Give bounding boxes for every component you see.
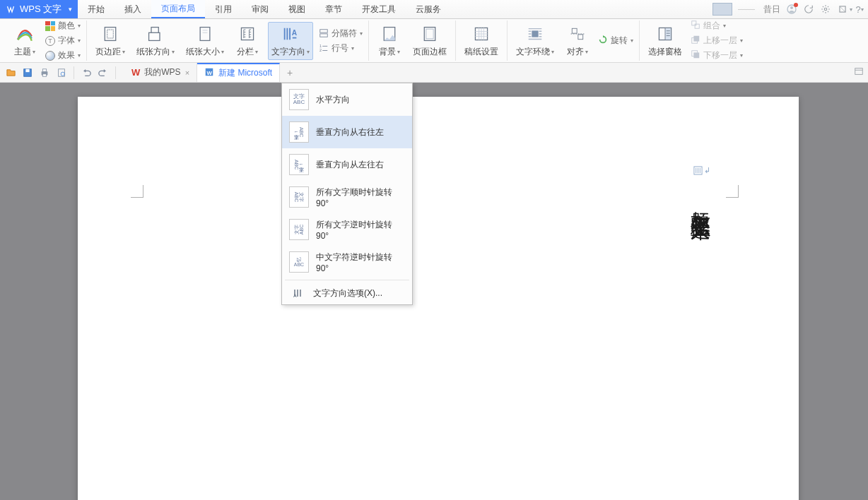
- background-icon: [380, 24, 399, 44]
- add-tab-button[interactable]: +: [280, 67, 300, 78]
- menu-tab-cloud[interactable]: 云服务: [406, 0, 451, 18]
- menu-tab-view[interactable]: 视图: [278, 0, 315, 18]
- dd-vertical-ltr[interactable]: 文字↓ABC 垂直方向从左往右: [282, 148, 412, 181]
- menu-tab-review[interactable]: 审阅: [242, 0, 278, 18]
- svg-rect-20: [572, 28, 577, 33]
- app-dropdown-icon[interactable]: ▾: [66, 6, 75, 13]
- dd-rotate-cw[interactable]: 文字ABC 所有文字顺时针旋转90°: [282, 181, 412, 213]
- line-number-label: 行号: [332, 42, 348, 54]
- send-backward-button[interactable]: 下移一层▾: [691, 49, 743, 61]
- svg-rect-31: [25, 69, 29, 71]
- user-avatar-icon[interactable]: [786, 4, 797, 15]
- svg-rect-33: [42, 69, 46, 71]
- sync-icon[interactable]: [803, 4, 814, 15]
- size-icon: [195, 24, 215, 44]
- align-button[interactable]: 对齐▾: [563, 23, 592, 59]
- close-tab-icon[interactable]: ×: [185, 69, 189, 77]
- print-preview-icon[interactable]: [55, 66, 68, 79]
- doc-tab-current[interactable]: W 新建 Microsoft: [197, 63, 280, 82]
- menu-tab-references[interactable]: 引用: [205, 0, 242, 18]
- open-icon[interactable]: [4, 66, 17, 79]
- wrap-icon: [525, 24, 545, 44]
- grid-paper-button[interactable]: 稿纸设置: [462, 23, 501, 59]
- color-icon: [45, 21, 55, 31]
- svg-point-1: [790, 6, 793, 9]
- wrap-button[interactable]: 文字环绕▾: [513, 23, 557, 59]
- group-button[interactable]: 组合▾: [691, 20, 743, 32]
- menu-tab-chapter[interactable]: 章节: [315, 0, 352, 18]
- user-label[interactable]: 昔日: [763, 4, 780, 16]
- dd-cjk-ccw[interactable]: 忆ABC 中文字符逆时针旋转90°: [282, 246, 412, 278]
- menu-tab-start[interactable]: 开始: [78, 0, 115, 18]
- dd-rotate-cw-label: 所有文字顺时针旋转90°: [316, 186, 405, 208]
- dd-options[interactable]: A 文字方向选项(X)...: [282, 282, 412, 304]
- effect-button[interactable]: 效果▾: [45, 49, 81, 61]
- print-icon[interactable]: [38, 66, 51, 79]
- bring-forward-button[interactable]: 上移一层▾: [691, 35, 743, 47]
- page-border-button[interactable]: 页面边框: [410, 23, 450, 59]
- svg-rect-8: [200, 27, 210, 40]
- document-vertical-text[interactable]: 标题字怎么竖起来: [688, 196, 710, 207]
- columns-button[interactable]: 分栏▾: [233, 23, 262, 59]
- undo-icon[interactable]: [80, 66, 93, 79]
- svg-rect-4: [105, 27, 115, 40]
- dd-rotate-ccw[interactable]: 文字ABC 所有文字逆时针旋转90°: [282, 213, 412, 246]
- dd-horizontal[interactable]: 文字ABC 水平方向: [282, 83, 412, 116]
- settings-icon[interactable]: [820, 4, 831, 15]
- breaks-button[interactable]: 分隔符▾: [319, 28, 363, 40]
- svg-rect-5: [107, 30, 114, 38]
- orientation-button[interactable]: 纸张方向▾: [134, 23, 177, 59]
- svg-rect-23: [665, 28, 671, 40]
- menu-tab-insert[interactable]: 插入: [115, 0, 151, 18]
- ribbon-group-arrange: 文字环绕▾ 对齐▾ 旋转▾: [508, 20, 640, 61]
- svg-rect-11: [320, 30, 328, 32]
- rotate-button[interactable]: 旋转▾: [598, 35, 633, 47]
- menu-tab-developer[interactable]: 开发工具: [352, 0, 406, 18]
- color-label: 颜色: [58, 20, 75, 32]
- svg-text:1: 1: [319, 44, 322, 48]
- svg-point-2: [824, 8, 827, 11]
- collapse-ribbon-icon[interactable]: [854, 66, 864, 78]
- dd-vertical-ltr-icon: 文字↓ABC: [289, 154, 309, 175]
- grid-paper-label: 稿纸设置: [464, 46, 498, 58]
- dd-vertical-rtl-label: 垂直方向从右往左: [316, 126, 384, 138]
- background-button[interactable]: 背景▾: [375, 23, 404, 59]
- skin-icon[interactable]: ▾: [837, 4, 848, 15]
- svg-rect-17: [426, 29, 433, 39]
- dd-horizontal-label: 水平方向: [316, 94, 350, 106]
- doc-tab-mywps[interactable]: W 我的WPS ×: [124, 63, 197, 82]
- page-border-label: 页面边框: [413, 46, 447, 58]
- text-direction-button[interactable]: A文字方向▾: [268, 22, 313, 60]
- bring-forward-label: 上移一层: [703, 35, 737, 47]
- save-icon[interactable]: [21, 66, 34, 79]
- breaks-label: 分隔符: [332, 28, 357, 40]
- text-direction-icon: A: [281, 24, 300, 44]
- document-page[interactable]: ↲ 标题字怎么竖起来: [78, 97, 799, 500]
- group-icon: [691, 20, 700, 32]
- redo-icon[interactable]: [97, 66, 110, 79]
- margin-button[interactable]: 页边距▾: [93, 23, 128, 59]
- color-button[interactable]: 颜色▾: [45, 20, 81, 32]
- word-doc-icon: W: [204, 67, 214, 79]
- svg-point-36: [61, 72, 64, 76]
- line-number-button[interactable]: 12行号▾: [319, 42, 363, 54]
- background-label: 背景: [379, 46, 396, 58]
- size-label: 纸张大小: [186, 46, 220, 58]
- account-thumb-icon[interactable]: [712, 3, 732, 16]
- svg-rect-12: [320, 34, 328, 37]
- svg-rect-25: [695, 24, 699, 28]
- selection-pane-button[interactable]: 选择窗格: [645, 23, 685, 59]
- size-button[interactable]: 纸张大小▾: [183, 23, 227, 59]
- notification-dot-icon: [794, 3, 798, 7]
- help-icon[interactable]: ?▾: [854, 4, 865, 15]
- theme-button[interactable]: 主题▾: [10, 23, 40, 59]
- svg-text:A: A: [292, 28, 298, 36]
- menu-tab-pagelayout[interactable]: 页面布局: [151, 0, 205, 18]
- text-direction-label: 文字方向: [271, 46, 305, 58]
- app-brand[interactable]: WPS 文字 ▾: [0, 0, 78, 18]
- wps-tab-icon: W: [131, 67, 140, 78]
- dd-options-icon: A: [289, 282, 306, 304]
- margin-corner-tr-icon: [726, 185, 739, 198]
- font-button[interactable]: T字体▾: [45, 35, 81, 47]
- dd-vertical-rtl[interactable]: ABC文字↓ 垂直方向从右往左: [282, 116, 412, 148]
